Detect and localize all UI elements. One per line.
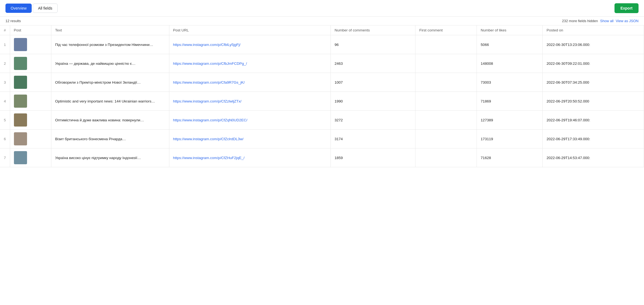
cell-first-comment — [415, 111, 477, 130]
cell-num: 5 — [0, 111, 10, 130]
table-row: 1Під час телефонної розмови з Президенто… — [0, 35, 644, 54]
table-row: 7Україна високо цінує підтримку народу І… — [0, 148, 644, 167]
cell-first-comment — [415, 54, 477, 73]
cell-text: Україна — держава, де найвищою цінністю … — [51, 54, 169, 73]
cell-num-comments: 1859 — [331, 148, 415, 167]
col-num-likes: Number of likes — [477, 25, 543, 35]
col-text: Text — [51, 25, 169, 35]
cell-posted-on: 2022-06-30T13:23:06.000: — [543, 35, 644, 54]
cell-num-likes: 127389 — [477, 111, 543, 130]
cell-num-comments: 1990 — [331, 92, 415, 111]
cell-num-likes: 71628 — [477, 148, 543, 167]
cell-post — [10, 35, 51, 54]
results-count: 12 results — [5, 19, 21, 23]
cell-num-comments: 3174 — [331, 130, 415, 148]
cell-post-url[interactable]: https://www.instagram.com/p/CfZHuF2jqE_/ — [169, 148, 331, 167]
table-row: 5Оптимістична й дуже важлива новина: пов… — [0, 111, 644, 130]
meta-bar: 12 results 232 more fields hidden Show a… — [0, 17, 644, 25]
cell-post-url[interactable]: https://www.instagram.com/p/CfZclrdDL3w/ — [169, 130, 331, 148]
table-row: 6Візит британського бізнесмена Річарда…h… — [0, 130, 644, 148]
cell-first-comment — [415, 92, 477, 111]
cell-posted-on: 2022-06-29T14:53:47.000: — [543, 148, 644, 167]
cell-post — [10, 54, 51, 73]
cell-text: Оптимістична й дуже важлива новина: пове… — [51, 111, 169, 130]
table-row: 4Optimistic and very important news: 144… — [0, 92, 644, 111]
cell-posted-on: 2022-06-30T07:34:25.000 — [543, 73, 644, 92]
table-row: 2Україна — держава, де найвищою цінністю… — [0, 54, 644, 73]
cell-text: Україна високо цінує підтримку народу Ін… — [51, 148, 169, 167]
cell-first-comment — [415, 35, 477, 54]
cell-post-url[interactable]: https://www.instagram.com/p/CfblLy5jgFj/ — [169, 35, 331, 54]
hidden-fields-text: 232 more fields hidden — [562, 19, 598, 23]
show-all-link[interactable]: Show all — [600, 19, 613, 23]
cell-text: Під час телефонної розмови з Президентом… — [51, 35, 169, 54]
table-wrap: # Post Text Post URL Number of comments … — [0, 25, 644, 167]
cell-post-url[interactable]: https://www.instagram.com/p/Cfa9R7Gs_jK/ — [169, 73, 331, 92]
cell-num: 3 — [0, 73, 10, 92]
cell-post-url[interactable]: https://www.instagram.com/p/CfbJmFCDPg_/ — [169, 54, 331, 73]
col-num-comments: Number of comments — [331, 25, 415, 35]
tab-group: Overview All fields — [5, 4, 58, 13]
cell-num-likes: 148008 — [477, 54, 543, 73]
cell-num-comments: 2463 — [331, 54, 415, 73]
meta-right: 232 more fields hidden Show all View as … — [562, 19, 639, 23]
cell-num-likes: 5066 — [477, 35, 543, 54]
top-bar: Overview All fields Export — [0, 0, 644, 17]
cell-num: 2 — [0, 54, 10, 73]
cell-posted-on: 2022-06-30T09:22:01.000: — [543, 54, 644, 73]
cell-post — [10, 148, 51, 167]
cell-text: Optimistic and very important news: 144 … — [51, 92, 169, 111]
cell-posted-on: 2022-06-29T17:33:49.000: — [543, 130, 644, 148]
cell-num-likes: 173119 — [477, 130, 543, 148]
cell-num: 7 — [0, 148, 10, 167]
cell-post — [10, 130, 51, 148]
cell-posted-on: 2022-06-29T19:46:07.000: — [543, 111, 644, 130]
cell-num-comments: 3272 — [331, 111, 415, 130]
tab-all-fields[interactable]: All fields — [33, 4, 57, 13]
cell-first-comment — [415, 148, 477, 167]
table-body: 1Під час телефонної розмови з Президенто… — [0, 35, 644, 167]
cell-post-url[interactable]: https://www.instagram.com/p/CfZzlwljZTx/ — [169, 92, 331, 111]
cell-num: 4 — [0, 92, 10, 111]
cell-num: 6 — [0, 130, 10, 148]
export-button[interactable]: Export — [615, 3, 639, 13]
col-post: Post — [10, 25, 51, 35]
col-posted-on: Posted on — [543, 25, 644, 35]
data-table: # Post Text Post URL Number of comments … — [0, 25, 644, 167]
cell-num-likes: 71869 — [477, 92, 543, 111]
cell-first-comment — [415, 130, 477, 148]
cell-post-url[interactable]: https://www.instagram.com/p/CfZqN0UD2EC/ — [169, 111, 331, 130]
col-post-url: Post URL — [169, 25, 331, 35]
cell-post — [10, 111, 51, 130]
cell-num-comments: 96 — [331, 35, 415, 54]
col-first-comment: First comment — [415, 25, 477, 35]
col-num: # — [0, 25, 10, 35]
tab-overview[interactable]: Overview — [5, 4, 32, 13]
cell-text: Візит британського бізнесмена Річарда… — [51, 130, 169, 148]
cell-num: 1 — [0, 35, 10, 54]
cell-num-likes: 73003 — [477, 73, 543, 92]
cell-text: Обговорили з Прем'єр-міністром Нової Зел… — [51, 73, 169, 92]
cell-post — [10, 92, 51, 111]
cell-num-comments: 1007 — [331, 73, 415, 92]
view-as-json-link[interactable]: View as JSON — [616, 19, 639, 23]
cell-first-comment — [415, 73, 477, 92]
cell-post — [10, 73, 51, 92]
table-row: 3Обговорили з Прем'єр-міністром Нової Зе… — [0, 73, 644, 92]
cell-posted-on: 2022-06-29T20:50:52.000 — [543, 92, 644, 111]
table-header-row: # Post Text Post URL Number of comments … — [0, 25, 644, 35]
